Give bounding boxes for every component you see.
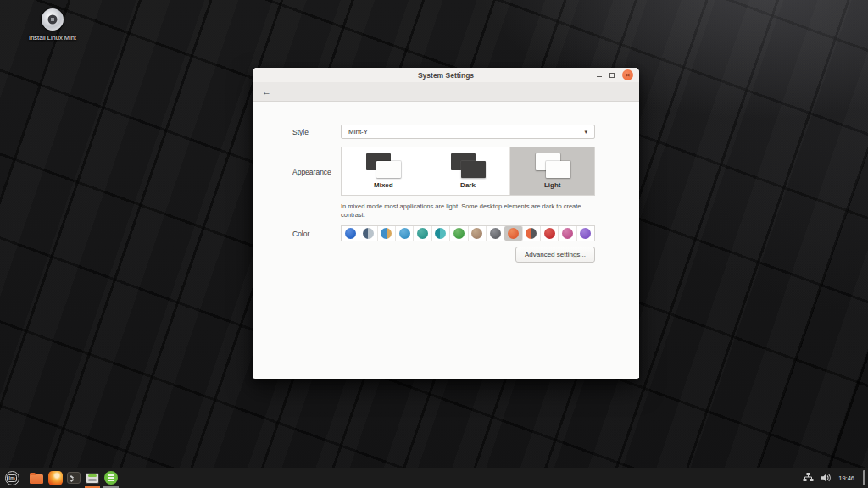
back-button[interactable]: ← [262, 87, 271, 97]
software-manager-window-button[interactable] [102, 468, 120, 488]
firefox-icon [48, 471, 63, 485]
settings-content: Style Mint-Y ▾ Appearance MixedDarkLight… [253, 102, 639, 378]
color-dot-pink [562, 228, 573, 239]
color-dot-teal-cyan [435, 228, 446, 239]
color-swatch-aqua[interactable] [396, 226, 414, 241]
appearance-option-label: Light [544, 181, 561, 189]
terminal-icon [67, 472, 81, 484]
color-dot-teal [417, 228, 428, 239]
clock[interactable]: 19:46 [838, 474, 854, 482]
color-dot-grey [490, 228, 501, 239]
mint-logo-icon: lm [5, 471, 19, 485]
color-dot-green [453, 228, 465, 239]
appearance-options: MixedDarkLight [341, 147, 595, 196]
style-dropdown-value: Mint-Y [348, 128, 368, 136]
network-icon[interactable] [803, 473, 814, 483]
color-swatch-purple[interactable] [577, 226, 594, 241]
taskbar-left: lm [0, 468, 120, 488]
color-dot-orange [508, 228, 519, 239]
appearance-description: In mixed mode most applications are ligh… [341, 202, 595, 219]
terminal-launcher[interactable] [64, 468, 83, 488]
taskbar: lm [0, 468, 868, 488]
window-controls: × [597, 68, 633, 82]
color-dot-aqua [399, 228, 410, 239]
color-dot-blue-grey [363, 228, 374, 239]
minimize-button[interactable] [597, 73, 602, 77]
window-title: System Settings [418, 71, 474, 80]
color-swatch-blue-grey[interactable] [359, 226, 377, 241]
color-swatch-teal[interactable] [414, 226, 431, 241]
install-linux-mint-shortcut[interactable]: Install Linux Mint [22, 8, 83, 42]
appearance-option-label: Dark [460, 181, 476, 189]
system-tray: 19:46 [803, 468, 868, 488]
appearance-option-light[interactable]: Light [510, 147, 594, 195]
advanced-settings-row: Advanced settings... [341, 247, 595, 263]
appearance-thumbnail [533, 153, 572, 180]
desktop: Install Linux Mint System Settings × ← S… [0, 0, 868, 488]
color-swatch-blue-sand[interactable] [378, 226, 396, 241]
system-settings-window: System Settings × ← Style Mint-Y ▾ Appea… [253, 68, 639, 379]
show-desktop-button[interactable] [863, 470, 865, 485]
appearance-thumbnail [364, 153, 403, 180]
software-manager-icon [104, 471, 118, 485]
cd-disc-icon [42, 8, 64, 30]
themes-settings-icon [86, 473, 99, 484]
style-label: Style [292, 128, 309, 136]
color-label: Color [292, 230, 309, 238]
color-swatch-orange-grey[interactable] [523, 226, 541, 241]
color-dot-blue [345, 228, 356, 239]
color-swatch-green[interactable] [450, 226, 468, 241]
files-launcher[interactable] [27, 468, 46, 488]
color-swatch-sand[interactable] [469, 226, 487, 241]
titlebar[interactable]: System Settings × [253, 68, 639, 82]
firefox-launcher[interactable] [46, 468, 64, 488]
color-dot-purple [580, 228, 591, 239]
appearance-option-label: Mixed [374, 181, 393, 189]
color-swatch-teal-cyan[interactable] [432, 226, 450, 241]
color-swatch-orange[interactable] [504, 226, 522, 241]
toolbar: ← [253, 82, 639, 102]
appearance-option-dark[interactable]: Dark [426, 147, 511, 195]
volume-icon[interactable] [821, 473, 832, 483]
folder-icon [30, 474, 43, 484]
color-swatch-red[interactable] [541, 226, 559, 241]
themes-settings-window-button[interactable] [83, 468, 102, 488]
color-dot-blue-sand [381, 228, 392, 239]
menu-button[interactable]: lm [3, 468, 21, 488]
color-dot-red [544, 228, 555, 239]
appearance-label: Appearance [292, 168, 331, 176]
color-dot-orange-grey [526, 228, 537, 239]
appearance-option-mixed[interactable]: Mixed [342, 147, 426, 195]
style-dropdown[interactable]: Mint-Y ▾ [341, 125, 595, 139]
advanced-settings-button[interactable]: Advanced settings... [515, 247, 595, 263]
color-dot-sand [471, 228, 482, 239]
close-button[interactable]: × [622, 69, 633, 80]
maximize-button[interactable] [609, 73, 615, 78]
color-swatches [341, 225, 595, 241]
chevron-down-icon: ▾ [584, 129, 587, 136]
appearance-thumbnail [448, 153, 487, 180]
color-swatch-grey[interactable] [487, 226, 504, 241]
color-swatch-pink[interactable] [559, 226, 576, 241]
color-swatch-blue[interactable] [342, 226, 359, 241]
desktop-icon-label: Install Linux Mint [22, 34, 83, 42]
